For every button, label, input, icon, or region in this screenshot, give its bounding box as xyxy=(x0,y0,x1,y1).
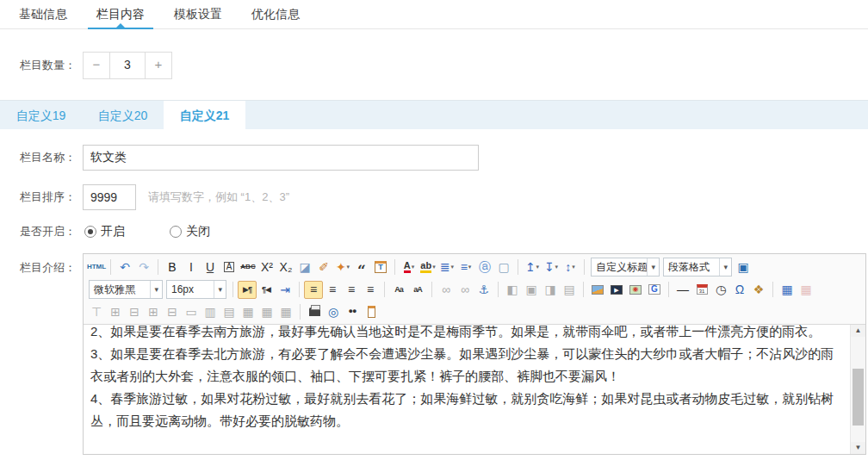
column-sort-hint: 请填写数字，例如 “1、2、3” xyxy=(148,190,289,205)
bold-icon[interactable]: B xyxy=(163,258,182,276)
to-lowercase-icon[interactable]: aA xyxy=(408,281,427,299)
toolbar-separator xyxy=(299,282,300,297)
toolbar-separator xyxy=(394,259,395,275)
enabled-radio-group: 开启 关闭 xyxy=(84,224,255,239)
image-float-left-icon: ◧ xyxy=(503,281,522,299)
delete-column-icon: ⊟ xyxy=(163,302,182,320)
radio-off-dot xyxy=(170,226,182,238)
to-uppercase-icon[interactable]: Aa xyxy=(389,281,408,299)
decrement-button[interactable]: − xyxy=(84,53,109,78)
line-height-icon[interactable]: ↕▾ xyxy=(561,258,580,276)
rtl-paragraph-icon[interactable]: ¶◀ xyxy=(257,281,276,299)
toolbar-separator xyxy=(300,304,301,320)
align-left-icon[interactable]: ≡ xyxy=(304,281,323,299)
column-intro-row: 栏目介绍： HTML↶↷BIU̲AABCX²X₂◪✐✦▾“TA▾ab▾≣▾≡▾ⓐ… xyxy=(0,253,868,455)
tab-template-settings[interactable]: 模板设置 xyxy=(165,0,231,28)
insert-table-icon[interactable]: ▦ xyxy=(778,281,797,299)
fullscreen-icon[interactable]: ▣ xyxy=(734,258,753,276)
insert-image-icon[interactable] xyxy=(588,281,607,299)
increment-button[interactable]: + xyxy=(146,53,171,78)
toolbar-row-1: HTML↶↷BIU̲AABCX²X₂◪✐✦▾“TA▾ab▾≣▾≡▾ⓐ▢↥▾↧▾↕… xyxy=(87,256,862,278)
editor-content[interactable]: 2、如果是要在春季去南方旅游，最好事先确认当地这时是不是梅雨季节。如果是，就带雨… xyxy=(84,325,849,432)
horizontal-rule-icon[interactable]: — xyxy=(673,281,692,299)
unordered-list-icon[interactable]: ≡▾ xyxy=(456,258,475,276)
paragraph-format-select[interactable]: 段落格式▾ xyxy=(663,258,732,276)
editor-scrollbar[interactable]: ▲ ▼ xyxy=(850,325,865,454)
strikethrough-icon[interactable]: ABC xyxy=(239,258,257,276)
print-icon[interactable] xyxy=(305,302,324,320)
remove-format-icon[interactable]: ◪ xyxy=(295,258,314,276)
column-name-label: 栏目名称： xyxy=(0,150,76,165)
align-justify-icon[interactable]: ≡ xyxy=(361,281,380,299)
subtab-custom-21[interactable]: 自定义21 xyxy=(164,101,245,129)
link-icon: ∞ xyxy=(437,281,456,299)
main-tab-bar: 基础信息 栏目内容 模板设置 优化信息 xyxy=(0,0,868,29)
insert-gmap-icon[interactable]: G xyxy=(645,281,664,299)
paste-as-text-icon[interactable]: T xyxy=(371,258,390,276)
ordered-list-icon[interactable]: ≣▾ xyxy=(437,258,456,276)
font-family-select[interactable]: 微软雅黑▾ xyxy=(89,280,163,299)
superscript-icon[interactable]: X² xyxy=(257,258,276,276)
anchor-icon[interactable]: ⚓ xyxy=(474,281,493,299)
tab-seo-info[interactable]: 优化信息 xyxy=(243,0,308,28)
scrollbar-thumb[interactable] xyxy=(852,369,864,426)
screenshot-icon[interactable]: ❖ xyxy=(749,281,768,299)
align-center-icon[interactable]: ≡ xyxy=(323,281,342,299)
insert-map-icon[interactable]: ◉ xyxy=(626,281,645,299)
tab-column-content[interactable]: 栏目内容 xyxy=(88,0,153,28)
scroll-up-arrow[interactable]: ▲ xyxy=(851,325,865,337)
column-sort-row: 栏目排序： 请填写数字，例如 “1、2、3” xyxy=(0,184,868,210)
auto-typeset-icon[interactable]: ✦▾ xyxy=(333,258,352,276)
subtab-custom-20[interactable]: 自定义20 xyxy=(82,101,164,129)
tab-label: 栏目内容 xyxy=(96,7,145,22)
paragraph-spacing-bottom-icon[interactable]: ↧▾ xyxy=(542,258,561,276)
subscript-icon[interactable]: X₂ xyxy=(276,258,295,276)
editor-paragraph: 4、春季旅游过敏，如果对花粉过敏，最好就别去看花了；如果海鲜过敏，就别贪吃海鲜；… xyxy=(90,388,844,432)
subtab-custom-19[interactable]: 自定义19 xyxy=(0,101,82,129)
scroll-down-arrow[interactable]: ▼ xyxy=(851,442,865,454)
redo-icon[interactable]: ↷ xyxy=(134,258,153,276)
custom-title-select-value: 自定义标题 xyxy=(592,260,647,275)
special-char-icon[interactable]: Ω xyxy=(730,281,749,299)
paste-icon[interactable]: ▯ xyxy=(362,302,381,320)
undo-icon[interactable]: ↶ xyxy=(115,258,134,276)
anchor-text-icon[interactable]: ⓐ xyxy=(475,258,494,276)
ltr-paragraph-icon[interactable]: ▶¶ xyxy=(238,281,257,299)
insert-column-icon: ⊞ xyxy=(144,302,163,320)
column-name-input[interactable] xyxy=(83,145,479,171)
align-right-icon[interactable]: ≡ xyxy=(342,281,361,299)
underline-icon[interactable]: U̲ xyxy=(201,258,220,276)
preview-icon[interactable]: ◎ xyxy=(324,302,343,320)
radio-on[interactable]: 开启 xyxy=(84,224,125,239)
highlight-color-icon[interactable]: ab▾ xyxy=(418,258,437,276)
insert-date-icon[interactable]: 31 xyxy=(692,281,711,299)
column-sort-input[interactable] xyxy=(83,184,136,210)
radio-off[interactable]: 关闭 xyxy=(170,224,210,239)
tab-label: 模板设置 xyxy=(174,7,222,22)
insert-video-icon[interactable]: ▶ xyxy=(607,281,626,299)
html-source-icon[interactable]: HTML xyxy=(87,258,106,276)
italic-icon[interactable]: I xyxy=(182,258,201,276)
find-replace-icon[interactable]: ●● xyxy=(343,302,362,320)
toolbar-separator xyxy=(583,282,584,297)
column-form: 栏目名称： 栏目排序： 请填写数字，例如 “1、2、3” 是否开启： 开启 关闭… xyxy=(0,129,868,466)
tab-label: 基础信息 xyxy=(19,7,67,22)
tab-basic-info[interactable]: 基础信息 xyxy=(10,0,76,28)
font-size-select[interactable]: 16px▾ xyxy=(166,280,226,299)
rich-text-editor: HTML↶↷BIU̲AABCX²X₂◪✐✦▾“TA▾ab▾≣▾≡▾ⓐ▢↥▾↧▾↕… xyxy=(83,253,866,455)
radio-on-dot xyxy=(84,226,96,238)
format-painter-icon[interactable]: ✐ xyxy=(314,258,333,276)
blockquote-icon[interactable]: “ xyxy=(352,258,371,276)
column-count-label: 栏目数量： xyxy=(0,58,76,73)
dropdown-arrow-icon: ▾ xyxy=(150,281,162,298)
indent-icon[interactable]: ⇥ xyxy=(276,281,294,299)
column-sort-label: 栏目排序： xyxy=(0,190,76,205)
font-color-icon[interactable]: A▾ xyxy=(400,258,418,276)
insert-time-icon[interactable]: ◷ xyxy=(711,281,730,299)
new-page-icon[interactable]: ▢ xyxy=(494,258,513,276)
custom-title-select[interactable]: 自定义标题▾ xyxy=(591,258,660,276)
toolbar-separator xyxy=(110,259,111,275)
radio-off-label: 关闭 xyxy=(186,224,210,239)
border-text-icon[interactable]: A xyxy=(220,258,239,276)
paragraph-spacing-top-icon[interactable]: ↥▾ xyxy=(523,258,542,276)
